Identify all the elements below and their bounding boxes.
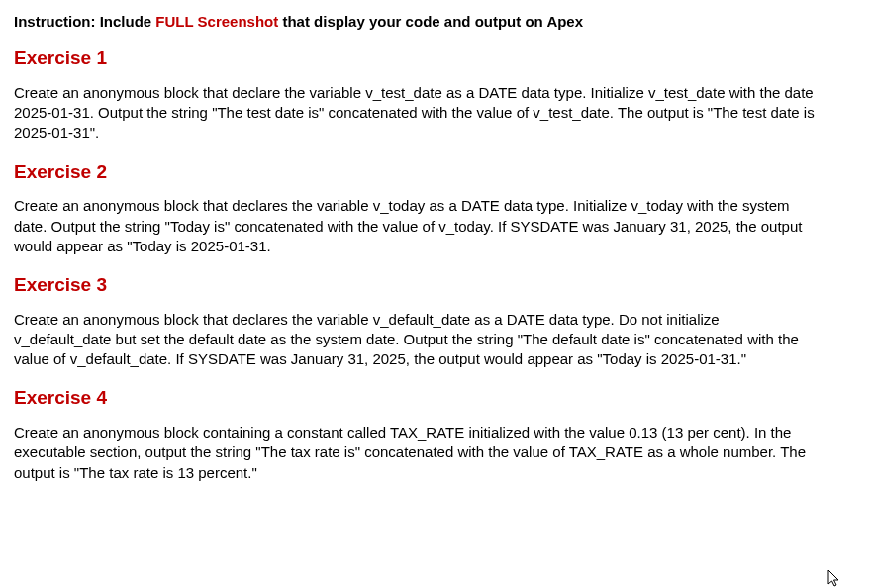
exercise-3-heading: Exercise 3 [14,272,859,298]
exercise-3-body: Create an anonymous block that declares … [14,310,816,370]
exercise-4-body: Create an anonymous block containing a c… [14,423,816,483]
exercise-1-heading: Exercise 1 [14,46,859,71]
exercise-1-body: Create an anonymous block that declare t… [14,83,816,144]
instruction-suffix: that display your code and output on Ape… [278,13,583,30]
instruction-highlight: FULL Screenshot [155,13,278,30]
exercise-2-body: Create an anonymous block that declares … [14,196,816,256]
exercise-4-heading: Exercise 4 [14,385,859,411]
instruction-line: Instruction: Include FULL Screenshot tha… [14,12,859,32]
instruction-prefix: Instruction: Include [14,13,155,30]
exercise-2-heading: Exercise 2 [14,159,859,185]
